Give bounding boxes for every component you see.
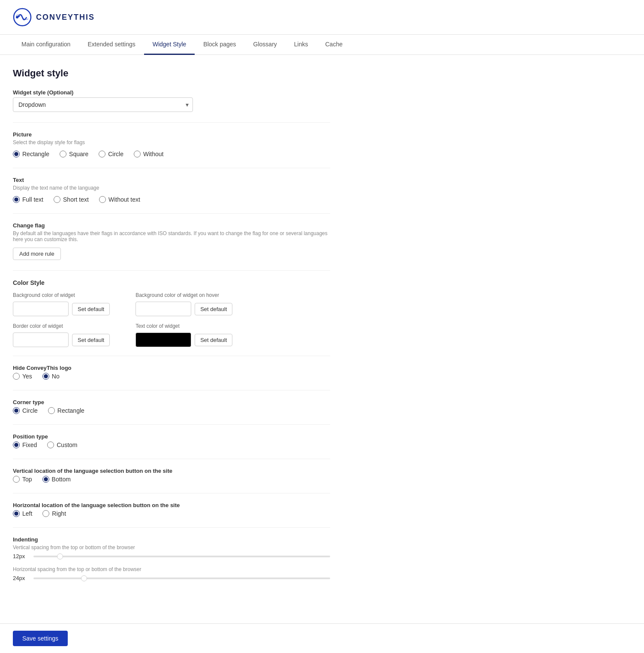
add-more-rule-button[interactable]: Add more rule bbox=[13, 248, 61, 260]
hide-logo-radio-group: Yes No bbox=[13, 373, 330, 380]
tab-extended-settings[interactable]: Extended settings bbox=[79, 35, 144, 55]
bg-hover-color-input[interactable] bbox=[135, 302, 191, 316]
picture-rectangle-label: Rectangle bbox=[22, 151, 49, 157]
bg-hover-set-default-button[interactable]: Set default bbox=[195, 303, 232, 315]
picture-sublabel: Select the display style for flags bbox=[13, 139, 330, 145]
color-style-title: Color Style bbox=[13, 279, 330, 286]
vertical-slider-track[interactable] bbox=[33, 556, 330, 557]
hide-logo-no-radio[interactable] bbox=[42, 373, 49, 380]
widget-style-label: Widget style (Optional) bbox=[13, 89, 330, 96]
horizontal-left-option[interactable]: Left bbox=[13, 510, 32, 517]
text-label: Text bbox=[13, 177, 330, 183]
hide-logo-label: Hide ConveyThis logo bbox=[13, 365, 330, 371]
border-color-input[interactable] bbox=[13, 333, 69, 347]
tab-glossary[interactable]: Glossary bbox=[245, 35, 286, 55]
picture-label: Picture bbox=[13, 131, 330, 138]
horizontal-slider-track[interactable] bbox=[33, 577, 330, 579]
bg-hover-color-input-row: Set default bbox=[135, 302, 232, 316]
position-fixed-radio[interactable] bbox=[13, 441, 20, 448]
picture-rectangle-radio[interactable] bbox=[13, 151, 20, 157]
corner-rectangle-label: Rectangle bbox=[57, 407, 84, 414]
vertical-slider-section: Vertical spacing from the top or bottom … bbox=[13, 544, 330, 559]
border-color-label: Border color of widget bbox=[13, 323, 110, 329]
horizontal-location-label: Horizontal location of the language sele… bbox=[13, 502, 330, 508]
picture-square-label: Square bbox=[69, 151, 88, 157]
corner-circle-radio[interactable] bbox=[13, 407, 20, 414]
horizontal-location-radio-group: Left Right bbox=[13, 510, 330, 517]
bg-hover-color-label: Background color of widget on hover bbox=[135, 292, 232, 298]
position-custom-option[interactable]: Custom bbox=[47, 441, 77, 448]
text-full-option[interactable]: Full text bbox=[13, 196, 43, 203]
bg-color-input[interactable] bbox=[13, 302, 69, 316]
change-flag-section: Change flag By default all the languages… bbox=[13, 222, 330, 260]
picture-without-radio[interactable] bbox=[134, 151, 141, 157]
position-type-section: Position type Fixed Custom bbox=[13, 433, 330, 448]
bg-color-label: Background color of widget bbox=[13, 292, 110, 298]
corner-circle-option[interactable]: Circle bbox=[13, 407, 38, 414]
corner-rectangle-radio[interactable] bbox=[48, 407, 55, 414]
position-custom-radio[interactable] bbox=[47, 441, 54, 448]
text-without-option[interactable]: Without text bbox=[99, 196, 140, 203]
tab-cache[interactable]: Cache bbox=[317, 35, 351, 55]
border-set-default-button[interactable]: Set default bbox=[72, 334, 110, 346]
vertical-top-option[interactable]: Top bbox=[13, 476, 32, 483]
text-short-radio[interactable] bbox=[54, 196, 60, 203]
vertical-bottom-option[interactable]: Bottom bbox=[42, 476, 71, 483]
corner-type-radio-group: Circle Rectangle bbox=[13, 407, 330, 414]
vertical-bottom-label: Bottom bbox=[52, 476, 71, 483]
position-fixed-option[interactable]: Fixed bbox=[13, 441, 37, 448]
position-custom-label: Custom bbox=[57, 441, 77, 448]
save-settings-button[interactable]: Save settings bbox=[13, 631, 68, 646]
hide-logo-yes-radio[interactable] bbox=[13, 373, 20, 380]
text-short-option[interactable]: Short text bbox=[54, 196, 89, 203]
widget-style-select[interactable]: Dropdown Floating Inline bbox=[13, 97, 193, 112]
horizontal-left-radio[interactable] bbox=[13, 510, 20, 517]
vertical-location-section: Vertical location of the language select… bbox=[13, 468, 330, 483]
bg-color-set-default-button[interactable]: Set default bbox=[72, 303, 110, 315]
picture-without-option[interactable]: Without bbox=[134, 151, 163, 157]
header: CONVEYTHIS bbox=[0, 0, 644, 35]
picture-radio-group: Rectangle Square Circle Without bbox=[13, 151, 330, 157]
vertical-slider-thumb[interactable] bbox=[57, 553, 63, 559]
bg-hover-color-field: Background color of widget on hover Set … bbox=[135, 292, 232, 316]
picture-section: Picture Select the display style for fla… bbox=[13, 131, 330, 157]
main-content: Widget style Widget style (Optional) Dro… bbox=[0, 55, 343, 617]
nav-tabs: Main configuration Extended settings Wid… bbox=[0, 35, 644, 55]
text-without-radio[interactable] bbox=[99, 196, 106, 203]
vertical-top-radio[interactable] bbox=[13, 476, 20, 483]
horizontal-right-option[interactable]: Right bbox=[42, 510, 66, 517]
corner-rectangle-option[interactable]: Rectangle bbox=[48, 407, 84, 414]
text-color-field: Text color of widget Set default bbox=[135, 323, 232, 347]
indenting-label: Indenting bbox=[13, 536, 330, 543]
hide-logo-section: Hide ConveyThis logo Yes No bbox=[13, 365, 330, 380]
hide-logo-no-option[interactable]: No bbox=[42, 373, 60, 380]
widget-style-section: Widget style (Optional) Dropdown Floatin… bbox=[13, 89, 330, 112]
page-title: Widget style bbox=[13, 68, 330, 79]
picture-square-radio[interactable] bbox=[60, 151, 66, 157]
picture-circle-option[interactable]: Circle bbox=[99, 151, 123, 157]
horizontal-slider-thumb[interactable] bbox=[81, 575, 87, 581]
picture-square-option[interactable]: Square bbox=[60, 151, 88, 157]
picture-circle-radio[interactable] bbox=[99, 151, 105, 157]
text-color-input[interactable] bbox=[135, 333, 191, 347]
text-set-default-button[interactable]: Set default bbox=[195, 334, 232, 346]
picture-circle-label: Circle bbox=[108, 151, 123, 157]
text-radio-group: Full text Short text Without text bbox=[13, 196, 330, 203]
hide-logo-yes-label: Yes bbox=[22, 373, 32, 380]
picture-rectangle-option[interactable]: Rectangle bbox=[13, 151, 49, 157]
text-sublabel: Display the text name of the language bbox=[13, 185, 330, 191]
hide-logo-yes-option[interactable]: Yes bbox=[13, 373, 32, 380]
text-full-radio[interactable] bbox=[13, 196, 20, 203]
text-without-label: Without text bbox=[108, 196, 140, 203]
horizontal-right-radio[interactable] bbox=[42, 510, 49, 517]
tab-block-pages[interactable]: Block pages bbox=[195, 35, 244, 55]
horizontal-slider-label: Horizontal spacing from the top or botto… bbox=[13, 566, 330, 572]
widget-style-select-wrapper: Dropdown Floating Inline ▾ bbox=[13, 97, 193, 112]
tab-links[interactable]: Links bbox=[286, 35, 317, 55]
logo-icon bbox=[13, 8, 32, 27]
tab-main-configuration[interactable]: Main configuration bbox=[13, 35, 79, 55]
hide-logo-no-label: No bbox=[52, 373, 60, 380]
vertical-bottom-radio[interactable] bbox=[42, 476, 49, 483]
tab-widget-style[interactable]: Widget Style bbox=[144, 35, 195, 55]
corner-type-section: Corner type Circle Rectangle bbox=[13, 399, 330, 414]
